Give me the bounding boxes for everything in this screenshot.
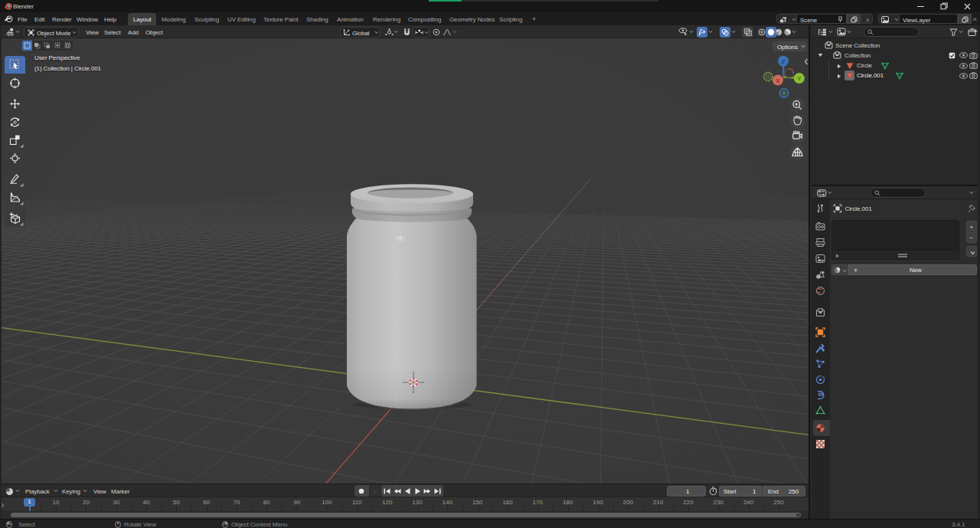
svg-text:Y: Y: [797, 75, 802, 82]
svg-text:X: X: [776, 77, 780, 84]
